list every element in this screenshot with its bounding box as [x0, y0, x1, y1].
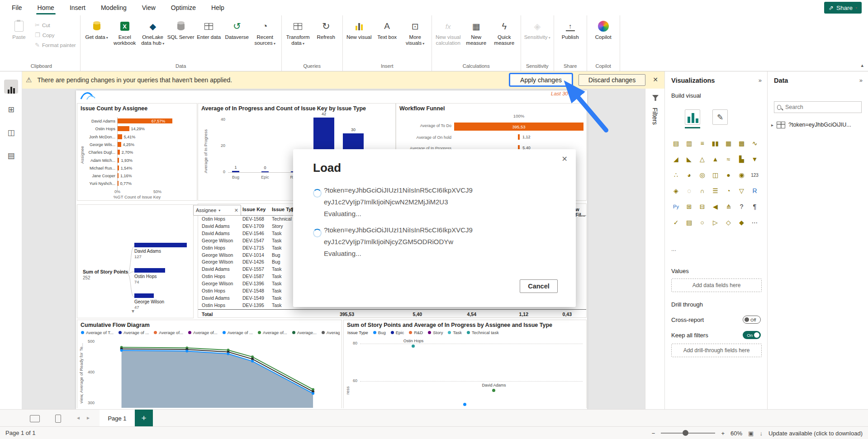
visual-cumulative-flow-diagram[interactable]: Cumulative Flow Diagram Average of T...A… [77, 320, 342, 408]
visual-type-icon-r-script-visual[interactable]: R [749, 185, 760, 196]
ribbon-collapse-icon[interactable]: ▴ [861, 62, 863, 68]
visual-type-icon-map[interactable]: ● [723, 170, 734, 180]
model-view-button[interactable]: ◫ [4, 126, 18, 140]
visual-type-icon-pie-chart[interactable]: ◕ [684, 170, 695, 180]
visual-issue-count-by-assignee[interactable]: Issue Count by Assignee David Adams67,57… [77, 103, 197, 201]
visual-type-icon-decomposition-tree[interactable]: ⋔ [723, 201, 734, 212]
tree-expand-icon[interactable]: ▾ [132, 308, 134, 314]
previous-page-icon[interactable]: ◂ [77, 415, 80, 421]
visual-type-icon-100-stacked-bar-chart[interactable]: ▦ [723, 138, 734, 149]
visual-type-icon-filled-map[interactable]: ◉ [736, 170, 747, 180]
search-input[interactable] [784, 104, 859, 111]
zoom-in-button[interactable]: + [721, 430, 725, 437]
visual-type-icon-line-and-clustered-column-chart[interactable]: ▲ [710, 154, 721, 165]
ribbon-button-recent-sources[interactable]: ◔Recent sources ▾ [251, 16, 279, 46]
ribbon-button-get-data[interactable]: Get data ▾ [83, 16, 111, 40]
table-view-button[interactable]: ⊞ [4, 103, 18, 117]
ribbon-button-new-measure[interactable]: ▦New measure [462, 16, 490, 46]
cancel-button[interactable]: Cancel [520, 279, 558, 293]
ribbon-button-excel-workbook[interactable]: XExcel workbook [111, 16, 139, 46]
visual-type-icon-python-visual[interactable]: Py [671, 201, 682, 212]
visual-type-icon-funnel-chart[interactable]: ▼ [749, 154, 760, 165]
format-visual-tab[interactable]: ✎ [712, 109, 728, 125]
add-data-fields-dropzone[interactable]: Add data fields here [671, 279, 762, 292]
desktop-layout-icon[interactable] [30, 415, 40, 422]
visual-type-icon-stacked-bar-chart[interactable]: ▤ [671, 138, 682, 149]
tree-level-chip-assignee[interactable]: Assignee ▾ ✕ [193, 205, 241, 216]
menu-item-modeling[interactable]: Modeling [101, 0, 127, 15]
visual-type-icon-clustered-bar-chart[interactable]: ≡ [697, 138, 708, 149]
ribbon-button-onelake-data-hub[interactable]: ◆OneLake data hub ▾ [139, 16, 167, 46]
next-page-icon[interactable]: ▸ [87, 415, 90, 421]
visual-type-icon-scatter-chart[interactable]: ∴ [671, 170, 682, 180]
add-page-button[interactable]: + [135, 410, 153, 427]
ribbon-button-transform-data[interactable]: Transform data ▾ [284, 16, 312, 46]
page-tab-page1[interactable]: Page 1 [100, 410, 135, 427]
collapse-pane-icon[interactable]: » [759, 77, 762, 84]
tree-level-remove-icon[interactable]: ✕ [234, 208, 238, 213]
visual-decomposition-tree[interactable]: Sum of Story Points 252 David Adams127Os… [77, 204, 194, 318]
ribbon-button-copilot[interactable]: Copilot [589, 16, 617, 40]
collapse-pane-icon[interactable]: » [859, 77, 863, 84]
visual-type-icon-key-influencers[interactable]: ◀ [710, 201, 721, 212]
more-visual-options[interactable]: ... [671, 245, 676, 252]
data-field-item[interactable]: ▸ ?token=eyJhbGciOiJIU... [771, 119, 865, 130]
visual-type-icon-donut-chart[interactable]: ◎ [697, 170, 708, 180]
ribbon-button-more-visuals[interactable]: ⊡More visuals ▾ [401, 16, 429, 46]
build-visual-tab[interactable] [685, 109, 700, 128]
menu-item-file[interactable]: File [12, 0, 22, 15]
ribbon-button-publish[interactable]: ↑Publish [556, 16, 584, 40]
visual-story-points-scatter[interactable]: Sum of Story Points and Average of In Pr… [343, 320, 587, 408]
visual-type-icon-treemap[interactable]: ◫ [710, 170, 721, 180]
cross-report-toggle[interactable]: Off [743, 316, 761, 324]
share-button[interactable]: ⇗ Share ▾ [824, 2, 862, 14]
visual-type-icon-metrics[interactable]: ✓ [671, 217, 682, 228]
apply-changes-button[interactable]: Apply changes [509, 73, 573, 87]
visual-type-icon-multi-row-card[interactable]: ☰ [710, 185, 721, 196]
zoom-out-button[interactable]: − [652, 430, 655, 437]
visual-type-icon-card[interactable]: 123 [749, 170, 760, 180]
visual-type-icon-line-chart[interactable]: ∿ [749, 138, 760, 149]
visual-type-icon-azure-map[interactable]: ◌ [684, 185, 695, 196]
visual-type-icon-scorecard[interactable]: ◇ [723, 217, 734, 228]
visual-type-icon-ribbon-chart[interactable]: ≈ [723, 154, 734, 165]
search-field[interactable] [774, 101, 862, 113]
visual-type-icon-100-stacked-column-chart[interactable]: ▩ [736, 138, 747, 149]
menu-item-optimize[interactable]: Optimize [171, 0, 196, 15]
ribbon-button-refresh[interactable]: ↻Refresh [312, 16, 340, 40]
update-available-link[interactable]: Update available (click to download) [768, 430, 863, 437]
visual-type-icon-stacked-column-chart[interactable]: ▥ [684, 138, 695, 149]
visual-type-icon-matrix[interactable]: ⊟ [697, 201, 708, 212]
visual-type-icon-q-and-a[interactable]: ? [736, 201, 747, 212]
visual-type-icon-shape-map[interactable]: ◈ [671, 185, 682, 196]
ribbon-button-sql-server[interactable]: SQL Server [167, 16, 195, 40]
visual-type-icon-area-chart[interactable]: ◢ [671, 154, 682, 165]
visual-type-icon-get-more-visuals[interactable]: ⋯ [749, 217, 760, 228]
visual-type-icon-custom-visual[interactable]: ◆ [736, 217, 747, 228]
visual-type-icon-clustered-column-chart[interactable]: ▮▮ [710, 138, 721, 149]
dax-query-view-button[interactable]: ▤ [4, 149, 18, 163]
filters-pane-collapsed[interactable]: Filters [645, 89, 664, 409]
discard-changes-button[interactable]: Discard changes [579, 74, 645, 86]
visual-type-icon-smart-narrative[interactable]: ¶ [749, 201, 760, 212]
dialog-close-icon[interactable]: ✕ [562, 155, 568, 163]
ribbon-button-quick-measure[interactable]: ϟQuick measure [490, 16, 518, 46]
visual-type-icon-kpi[interactable]: ◔ [723, 185, 734, 196]
menu-item-insert[interactable]: Insert [70, 0, 85, 15]
menu-item-view[interactable]: View [142, 0, 156, 15]
menu-item-help[interactable]: Help [211, 0, 224, 15]
visual-type-icon-waterfall-chart[interactable]: ▙ [736, 154, 747, 165]
menu-item-home[interactable]: Home [38, 0, 54, 15]
visual-type-icon-paginated-report[interactable]: ▤ [684, 217, 695, 228]
add-drill-through-fields-dropzone[interactable]: Add drill-through fields here [671, 344, 762, 357]
ribbon-button-dataverse[interactable]: ↺Dataverse [223, 16, 251, 40]
fit-to-page-icon[interactable]: ▣ [748, 430, 754, 437]
mobile-layout-icon[interactable] [55, 415, 61, 423]
zoom-slider[interactable] [661, 433, 715, 434]
visual-type-icon-line-and-stacked-column-chart[interactable]: △ [697, 154, 708, 165]
expand-chevron-icon[interactable]: ▸ [771, 123, 773, 127]
visual-type-icon-stacked-area-chart[interactable]: ◣ [684, 154, 695, 165]
visual-type-icon-gauge[interactable]: ∩ [697, 185, 708, 196]
visual-type-icon-arcgis-map[interactable]: ○ [697, 217, 708, 228]
ribbon-button-new-visual[interactable]: New visual [345, 16, 373, 40]
